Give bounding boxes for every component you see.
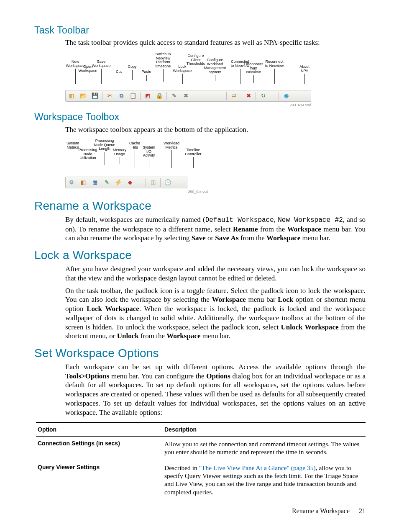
configure-wms-icon[interactable]: ✖ [182, 92, 189, 100]
task-toolbar-row: ◧ 📂 💾 ✂ ⧉ 📋 ◩ 🔒 ✎ ✖ ⇄ ✖ ↻ [65, 90, 311, 102]
save-workspace-icon[interactable]: 💾 [91, 92, 99, 100]
para-lock-1: After you have designed your workspace a… [65, 265, 366, 283]
para-lock-2: On the task toolbar, the padlock icon is… [65, 286, 366, 341]
new-workspace-icon[interactable]: ◧ [68, 92, 75, 100]
cut-icon[interactable]: ✂ [106, 92, 113, 100]
lock-workspace-icon[interactable]: 🔒 [156, 92, 163, 100]
connected-icon[interactable]: ⇄ [230, 92, 238, 100]
disconnect-icon[interactable]: ✖ [245, 92, 252, 100]
figure-caption-taskbar: 293_614.vsd [289, 103, 311, 108]
options-table-head-option: Option [36, 422, 163, 436]
heading-options: Set Workspace Options [34, 346, 366, 361]
workload-metrics-icon[interactable]: ◫ [149, 179, 157, 186]
heading-rename: Rename a Workspace [34, 198, 366, 213]
options-table-head-description: Description [163, 422, 366, 436]
open-workspace-icon[interactable]: 📂 [79, 92, 87, 100]
configure-thresholds-icon[interactable]: ✎ [170, 92, 178, 100]
option-desc: Allow you to set the connection and comm… [163, 436, 366, 460]
memory-usage-icon[interactable]: ✎ [103, 179, 110, 186]
live-view-link[interactable]: "The Live View Pane At a Glance" (page 3… [199, 464, 316, 471]
node-utilization-icon[interactable]: ◧ [79, 179, 87, 186]
para-rename: By default, workspaces are numerically n… [65, 215, 366, 243]
option-name: Connection Settings (in secs) [36, 436, 163, 460]
node-queue-length-icon[interactable]: ▦ [91, 179, 99, 186]
system-metrics-icon[interactable]: ⚙ [68, 179, 75, 186]
diagram-label: System I/O Activity [136, 146, 161, 167]
para-workspace-toolbox: The workspace toolbox appears at the bot… [65, 125, 366, 134]
footer-page-number: 21 [359, 507, 366, 514]
about-icon[interactable]: ◉ [282, 92, 290, 100]
heading-lock: Lock a Workspace [34, 248, 366, 263]
figure-task-toolbar: New WorkspaceOpen WorkspaceSave Workspac… [65, 52, 311, 102]
figure-workspace-toolbox: System MetricsProcessing Node Utilizatio… [65, 139, 208, 188]
table-row: Query Viewer Settings Described in "The … [36, 460, 366, 501]
workspace-toolbox-row: ⚙ ◧ ▦ ✎ ⚡ ◆ ◫ 🕒 [65, 177, 187, 188]
para-options: Each workspace can be set up with differ… [65, 362, 366, 417]
diagram-label: Configure Workload Management System [202, 58, 228, 81]
diagram-label: Timeline Controller [181, 148, 206, 168]
reconnect-icon[interactable]: ↻ [259, 92, 267, 100]
options-table: Option Description Connection Settings (… [36, 422, 366, 500]
figure-caption-toolbox: 290_tbx.vsd [188, 190, 208, 195]
system-io-activity-icon[interactable]: ◆ [126, 179, 134, 186]
option-desc: Described in "The Live View Pane At a Gl… [163, 460, 366, 501]
para-task-toolbar: The task toolbar provides quick access t… [65, 38, 366, 47]
heading-workspace-toolbox: Workspace Toolbox [34, 111, 366, 123]
diagram-label: About NPA [292, 65, 317, 84]
paste-icon[interactable]: 📋 [129, 92, 137, 100]
copy-icon[interactable]: ⧉ [118, 92, 125, 100]
footer-title: Rename a Workspace [292, 507, 350, 514]
table-row: Connection Settings (in secs) Allow you … [36, 436, 366, 460]
timeline-controller-icon[interactable]: 🕒 [164, 179, 171, 186]
cache-hits-icon[interactable]: ⚡ [115, 179, 122, 186]
page-footer: Rename a Workspace 21 [292, 507, 366, 515]
switch-timezone-icon[interactable]: ◩ [144, 92, 151, 100]
heading-task-toolbar: Task Toolbar [34, 24, 366, 36]
option-name: Query Viewer Settings [36, 460, 163, 501]
diagram-label: Workload Metrics [159, 141, 184, 168]
diagram-label: Reconnect to Neoview [262, 60, 287, 84]
